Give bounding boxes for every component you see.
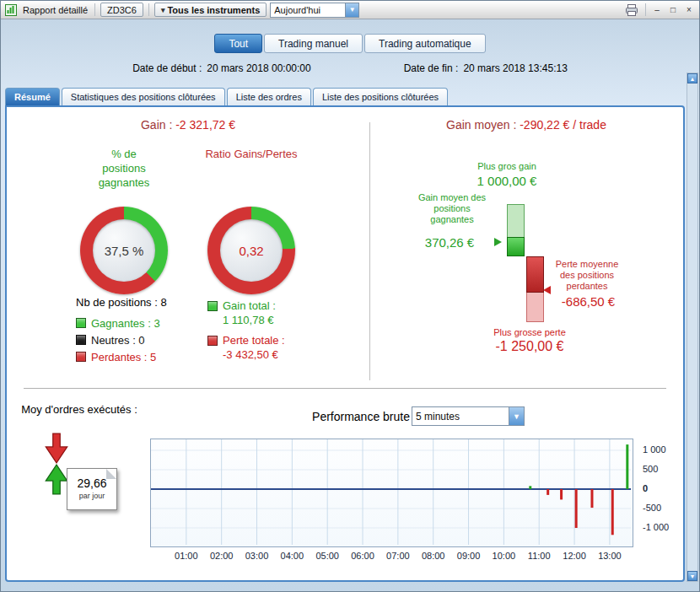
period-combobox[interactable]: Aujourd'hui ▼ [270, 3, 359, 18]
legend-gagnantes-label: Gagnantes : 3 [91, 317, 160, 330]
perte-totale-value: -3 432,50 € [223, 348, 285, 361]
tab-trading-automatique[interactable]: Trading automatique [364, 34, 486, 53]
toolbar-separator [645, 3, 646, 16]
biggest-loss-label: Plus grosse perte [471, 327, 589, 338]
titlebar-right: – □ × [622, 3, 696, 17]
avg-loss-value: -686,50 € [548, 294, 628, 309]
legend-gagnantes: Gagnantes : 3 [76, 315, 167, 331]
interval-combobox[interactable]: 5 minutes ▼ [412, 406, 525, 426]
gain-moyen-value: -290,22 € / trade [520, 118, 606, 132]
biggest-gain-label: Plus gros gain [456, 161, 557, 172]
gain-total-label: Gain total : [223, 299, 276, 312]
tab-resume[interactable]: Résumé [5, 88, 60, 105]
x-tick-label: 07:00 [381, 551, 415, 561]
legend-perdantes-label: Perdantes : 5 [91, 351, 156, 363]
biggest-loss-value: -1 250,00 € [466, 339, 593, 354]
x-tick-label: 13:00 [593, 551, 627, 561]
vertical-scrollbar[interactable]: ▲ ▼ [687, 73, 698, 582]
y-tick-label: -500 [643, 503, 661, 513]
ratio-donut: 0,32 [207, 207, 295, 294]
black-square-icon [76, 335, 86, 345]
tab-trading-manuel[interactable]: Trading manuel [264, 34, 363, 53]
chart-bar [590, 489, 593, 508]
orders-per-day-card: 29,66 par jour [67, 468, 117, 510]
x-tick-label: 06:00 [346, 551, 380, 561]
y-tick-label: 0 [643, 483, 648, 493]
instruments-button[interactable]: ▾ Tous les instruments [154, 3, 267, 17]
avg-loss-bar [526, 256, 544, 293]
toolbar-separator [94, 3, 95, 16]
red-square-icon [76, 352, 86, 362]
x-tick-label: 03:00 [240, 551, 274, 561]
x-tick-label: 12:00 [557, 551, 591, 561]
summary-panel: Gain : -2 321,72 € % de positions gagnan… [5, 105, 685, 582]
orders-unit: par jour [67, 492, 116, 500]
winrate-title: % de positions gagnantes [90, 147, 158, 190]
print-button[interactable] [622, 3, 641, 17]
perte-totale-row: Perte totale : [207, 334, 285, 347]
date-range: Date de début :20 mars 2018 00:00:00 Dat… [1, 62, 699, 74]
date-start-value: 20 mars 2018 00:00:00 [207, 62, 310, 74]
x-tick-label: 10:00 [487, 551, 520, 561]
red-square-icon [207, 336, 218, 346]
x-tick-label: 08:00 [417, 551, 450, 561]
account-button-label: ZD3C6 [107, 5, 137, 15]
y-tick-label: 1 000 [643, 444, 666, 455]
chart-bar [575, 489, 578, 528]
filter-tabs: Tout Trading manuel Trading automatique [1, 34, 699, 53]
combo-arrow-icon[interactable]: ▼ [509, 407, 524, 425]
avg-gain-label: Gain moyen des positions gagnantes [413, 192, 491, 225]
caret-down-icon: ▾ [161, 6, 165, 14]
chart-bar [547, 489, 549, 495]
perte-totale-label: Perte totale : [223, 334, 285, 347]
performance-title: Performance brute [243, 410, 410, 423]
x-axis-labels: 01:0002:0003:0004:0005:0006:0007:0008:00… [150, 551, 656, 562]
nb-positions: Nb de positions : 8 [76, 296, 167, 309]
y-axis-labels: 1 0005000-500-1 000 [638, 439, 682, 547]
minimize-button[interactable]: – [650, 3, 664, 16]
chart-bar [560, 489, 563, 499]
performance-chart [150, 439, 633, 547]
arrow-right-icon [494, 238, 502, 246]
totals: Gain total : 1 110,78 € Perte totale : -… [207, 299, 285, 361]
tab-statistiques[interactable]: Statistiques des positions clôturées [62, 88, 225, 105]
green-up-arrow-icon [45, 463, 68, 495]
legend-perdantes: Perdantes : 5 [76, 348, 167, 365]
maximize-button[interactable]: □ [666, 3, 680, 16]
close-button[interactable]: × [682, 3, 696, 16]
combo-arrow-icon[interactable]: ▼ [345, 3, 358, 17]
tab-liste-positions[interactable]: Liste des positions clôturées [313, 88, 448, 105]
account-button[interactable]: ZD3C6 [100, 3, 143, 17]
performance-chart-svg [151, 439, 631, 545]
arrow-left-icon [543, 286, 551, 294]
app-icon [4, 3, 18, 17]
ratio-value: 0,32 [220, 219, 283, 282]
toolbar-separator [148, 3, 149, 16]
chart-bar [611, 489, 614, 535]
gain-value: -2 321,72 € [175, 118, 235, 132]
tab-tout[interactable]: Tout [214, 34, 262, 53]
report-tabs: Résumé Statistiques des positions clôtur… [5, 88, 448, 105]
gain-headline: Gain : -2 321,72 € [7, 118, 369, 132]
red-down-arrow-icon [45, 433, 68, 465]
orders-label: Moy d'ordres exécutés : [17, 402, 142, 417]
scroll-down-button[interactable]: ▼ [687, 571, 697, 581]
date-start-label: Date de début : [132, 62, 202, 74]
avg-loss-label: Perte moyenne des positions perdantes [548, 259, 626, 292]
avg-gain-value: 370,26 € [407, 235, 492, 250]
folded-corner-icon [106, 469, 116, 479]
scroll-up-button[interactable]: ▲ [687, 73, 697, 83]
date-end-label: Date de fin : [404, 62, 459, 74]
winrate-value: 37,5 % [93, 219, 155, 282]
tab-liste-ordres[interactable]: Liste des ordres [227, 88, 311, 105]
date-end: Date de fin :20 mars 2018 13:45:13 [404, 62, 568, 74]
period-combobox-value: Aujourd'hui [271, 3, 345, 17]
gain-label: Gain : [141, 118, 172, 132]
window-title: Rapport détaillé [21, 5, 89, 15]
date-end-value: 20 mars 2018 13:45:13 [463, 62, 567, 74]
winrate-donut: 37,5 % [80, 207, 168, 294]
interval-combobox-value: 5 minutes [412, 407, 509, 425]
x-tick-label: 05:00 [310, 551, 344, 561]
instruments-button-label: Tous les instruments [167, 5, 260, 15]
gain-total-row: Gain total : [207, 299, 285, 312]
